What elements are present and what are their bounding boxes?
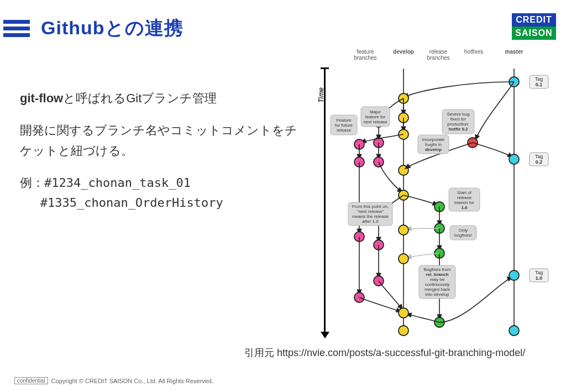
brand-logo: CREDIT SAISON bbox=[512, 13, 556, 40]
svg-text:1.0: 1.0 bbox=[536, 275, 543, 281]
body-text: git-flowと呼ばれるGitブランチ管理 開発に関するブランチ名やコミットコ… bbox=[20, 88, 307, 225]
example-label: 例： bbox=[20, 176, 44, 190]
svg-text:Tag: Tag bbox=[535, 154, 543, 159]
svg-text:merged back: merged back bbox=[424, 287, 450, 292]
svg-point-49 bbox=[509, 326, 519, 336]
copyright: Copyright © CREDIT SAISON Co., Ltd. All … bbox=[51, 378, 213, 384]
svg-text:develop: develop bbox=[425, 147, 442, 152]
svg-text:continuously: continuously bbox=[425, 282, 449, 287]
page-title: Githubとの連携 bbox=[41, 15, 184, 41]
callout-bugfixes-only: Only bugfixes! bbox=[450, 226, 476, 240]
svg-text:From this point on,: From this point on, bbox=[352, 204, 389, 209]
confidential-badge: confidential bbox=[14, 377, 48, 384]
svg-text:branch for: branch for bbox=[454, 200, 474, 205]
callout-hotfix: Severe bug fixed for production: hotfix … bbox=[442, 109, 474, 134]
flow-svg: Tag 0.1 Tag 0.2 bbox=[321, 49, 558, 342]
logo-line1: CREDIT bbox=[512, 13, 556, 27]
example-1: #1234_chonan_task_01 bbox=[44, 176, 191, 190]
callout-major-feature: Major feature for next release bbox=[361, 107, 390, 127]
svg-text:Start of: Start of bbox=[457, 190, 472, 195]
svg-point-42 bbox=[399, 225, 408, 235]
gitflow-diagram: feature branches develop release branche… bbox=[321, 49, 558, 342]
svg-text:Severe bug: Severe bug bbox=[447, 112, 470, 117]
svg-text:Tag: Tag bbox=[535, 76, 543, 82]
svg-text:Bugfixes from: Bugfixes from bbox=[424, 267, 451, 272]
svg-text:after 1.0: after 1.0 bbox=[362, 219, 379, 224]
svg-text:0.1: 0.1 bbox=[536, 82, 543, 87]
svg-text:hotfix 0.2: hotfix 0.2 bbox=[448, 127, 468, 132]
svg-text:1.0: 1.0 bbox=[461, 205, 468, 210]
svg-point-44 bbox=[399, 308, 408, 318]
svg-point-19 bbox=[509, 154, 519, 164]
svg-text:for future: for future bbox=[335, 123, 353, 128]
example-2: #1335_chonan_OrderHistory bbox=[40, 196, 223, 210]
svg-text:release: release bbox=[337, 128, 352, 133]
svg-text:Only: Only bbox=[459, 228, 468, 233]
callout-merge-back: Bugfixes from rel. branch may be continu… bbox=[419, 265, 455, 299]
svg-point-43 bbox=[399, 254, 408, 264]
callout-incorporate: Incorporate bugfix in develop bbox=[418, 135, 449, 154]
svg-text:rel. branch: rel. branch bbox=[426, 272, 449, 277]
svg-text:Major: Major bbox=[370, 109, 381, 114]
svg-text:bugfix in: bugfix in bbox=[425, 142, 442, 147]
svg-point-45 bbox=[509, 270, 519, 280]
svg-text:Incorporate: Incorporate bbox=[422, 137, 445, 142]
citation: 引用元 https://nvie.com/posts/a-successful-… bbox=[244, 346, 525, 359]
svg-text:feature for: feature for bbox=[365, 114, 386, 119]
svg-text:bugfixes!: bugfixes! bbox=[454, 233, 472, 238]
svg-text:"next release": "next release" bbox=[357, 209, 384, 214]
svg-text:production:: production: bbox=[447, 122, 469, 127]
svg-point-50 bbox=[399, 326, 408, 336]
svg-text:into develop: into develop bbox=[425, 292, 449, 297]
callout-next-release: From this point on, "next release" means… bbox=[348, 202, 392, 226]
svg-text:means the release: means the release bbox=[352, 214, 389, 219]
gitflow-rest: と呼ばれるGitブランチ管理 bbox=[63, 91, 217, 105]
callout-feature-future: Feature for future release bbox=[331, 115, 357, 135]
svg-text:release: release bbox=[457, 195, 472, 200]
callout-start-release: Start of release branch for 1.0 bbox=[449, 188, 480, 211]
svg-text:may be: may be bbox=[430, 277, 445, 282]
gitflow-bold: git-flow bbox=[20, 91, 63, 105]
svg-text:0.2: 0.2 bbox=[536, 159, 543, 165]
svg-point-16 bbox=[399, 165, 408, 175]
svg-text:next release: next release bbox=[363, 119, 387, 124]
hamburger-icon bbox=[3, 17, 30, 40]
logo-line2: SAISON bbox=[512, 27, 556, 40]
svg-text:fixed for: fixed for bbox=[450, 117, 467, 122]
footer: confidential Copyright © CREDIT SAISON C… bbox=[14, 377, 213, 384]
svg-text:Tag: Tag bbox=[535, 270, 543, 275]
paragraph-2: 開発に関するブランチ名やコミットコメントをチケットと紐づける。 bbox=[20, 121, 307, 161]
svg-text:Feature: Feature bbox=[336, 118, 352, 123]
